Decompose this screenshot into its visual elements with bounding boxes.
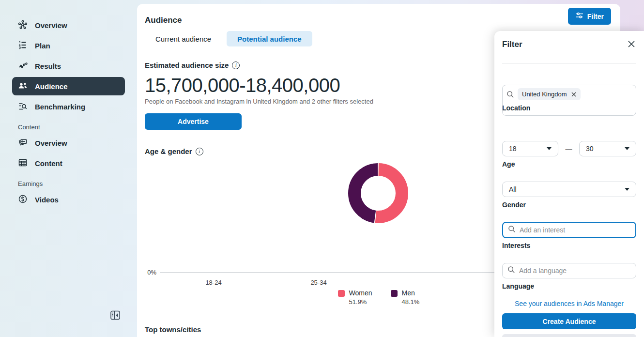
gender-label: Gender bbox=[502, 201, 526, 209]
sidebar-item-content[interactable]: Content bbox=[12, 154, 125, 172]
partial-hidden-button[interactable] bbox=[502, 334, 636, 337]
benchmark-search-icon bbox=[18, 101, 28, 112]
language-input[interactable] bbox=[519, 267, 631, 275]
collapse-sidebar-icon[interactable] bbox=[109, 309, 121, 321]
sidebar-item-label: Overview bbox=[35, 139, 67, 147]
interests-label: Interests bbox=[502, 242, 530, 249]
location-chip: United Kingdom bbox=[518, 88, 581, 100]
sidebar-item-label: Results bbox=[35, 62, 61, 70]
numbered-list-icon bbox=[18, 40, 28, 51]
top-towns-heading: Top towns/cities bbox=[145, 325, 201, 334]
location-input[interactable]: United Kingdom bbox=[502, 85, 636, 116]
sidebar-item-label: Benchmarking bbox=[35, 103, 85, 111]
tab-current-audience[interactable]: Current audience bbox=[145, 31, 222, 46]
filter-button[interactable]: Filter bbox=[568, 8, 611, 25]
legend-item-men: Men 48.1% bbox=[391, 289, 420, 306]
sidebar-item-overview[interactable]: Overview bbox=[12, 16, 125, 34]
sidebar-item-label: Overview bbox=[35, 21, 67, 30]
table-icon bbox=[18, 158, 28, 169]
search-icon bbox=[507, 266, 515, 276]
legend-item-women: Women 51.9% bbox=[338, 289, 372, 306]
age-from-select[interactable]: 18 bbox=[502, 141, 558, 156]
overview-icon bbox=[18, 20, 28, 31]
women-swatch bbox=[338, 290, 345, 297]
age-range-row: 18 — 30 bbox=[502, 141, 636, 156]
age-range-dash: — bbox=[558, 145, 579, 153]
filter-panel: Filter Location United Kingdom Age 18 — … bbox=[494, 31, 644, 337]
search-icon bbox=[508, 225, 516, 235]
sidebar-section-content: Content bbox=[18, 123, 137, 131]
men-swatch bbox=[391, 290, 398, 297]
age-to-select[interactable]: 30 bbox=[579, 141, 636, 156]
create-audience-button[interactable]: Create Audience bbox=[502, 313, 636, 329]
sidebar-item-benchmarking[interactable]: Benchmarking bbox=[12, 97, 125, 116]
sidebar-item-label: Plan bbox=[35, 42, 50, 50]
sliders-icon bbox=[575, 12, 583, 21]
interests-input[interactable] bbox=[520, 226, 630, 234]
search-icon bbox=[506, 91, 514, 100]
chevron-down-icon bbox=[547, 147, 552, 150]
axis-category-18-24: 18-24 bbox=[194, 279, 233, 286]
tab-potential-audience[interactable]: Potential audience bbox=[227, 31, 312, 46]
sidebar: Overview Plan Results Audience Benchmark… bbox=[0, 0, 137, 337]
line-chart-icon bbox=[18, 61, 28, 72]
interests-search-field bbox=[502, 222, 636, 238]
chevron-down-icon bbox=[625, 188, 629, 191]
estimated-audience-size-value: 15,700,000-18,400,000 bbox=[145, 75, 340, 96]
language-label: Language bbox=[502, 282, 534, 290]
sidebar-item-results[interactable]: Results bbox=[12, 57, 125, 75]
language-search-field bbox=[502, 263, 636, 278]
sidebar-item-videos[interactable]: Videos bbox=[12, 190, 125, 209]
page-title: Audience bbox=[145, 15, 182, 25]
estimated-audience-subtitle: People on Facebook and Instagram in Unit… bbox=[145, 98, 373, 105]
advertise-button[interactable]: Advertise bbox=[145, 113, 242, 130]
filter-panel-title: Filter bbox=[502, 40, 522, 49]
axis-category-25-34: 25-34 bbox=[299, 279, 338, 286]
age-label: Age bbox=[502, 160, 515, 168]
sidebar-item-label: Videos bbox=[35, 196, 59, 204]
age-gender-heading: Age & gender i bbox=[145, 147, 203, 155]
gender-select[interactable]: All bbox=[502, 182, 636, 197]
gender-donut-chart bbox=[347, 162, 409, 224]
chevron-down-icon bbox=[625, 147, 629, 150]
ads-manager-link[interactable]: See your audiences in Ads Manager bbox=[494, 300, 644, 307]
remove-chip-icon[interactable] bbox=[571, 92, 576, 97]
sidebar-item-label: Audience bbox=[35, 82, 68, 91]
info-icon[interactable]: i bbox=[232, 61, 240, 69]
estimated-audience-size-heading: Estimated audience size i bbox=[145, 61, 240, 69]
sidebar-item-plan[interactable]: Plan bbox=[12, 36, 125, 55]
sidebar-item-label: Content bbox=[35, 159, 62, 168]
cards-icon bbox=[18, 138, 28, 149]
divider bbox=[502, 63, 636, 63]
sidebar-item-audience[interactable]: Audience bbox=[12, 77, 125, 95]
sidebar-item-content-overview[interactable]: Overview bbox=[12, 134, 125, 152]
dollar-circle-icon bbox=[18, 194, 28, 205]
audience-tabs: Current audience Potential audience bbox=[145, 31, 312, 46]
info-icon[interactable]: i bbox=[196, 148, 203, 155]
close-icon[interactable] bbox=[628, 40, 635, 48]
sidebar-section-earnings: Earnings bbox=[18, 180, 137, 187]
axis-zero-label: 0% bbox=[137, 269, 156, 276]
people-icon bbox=[18, 81, 28, 92]
